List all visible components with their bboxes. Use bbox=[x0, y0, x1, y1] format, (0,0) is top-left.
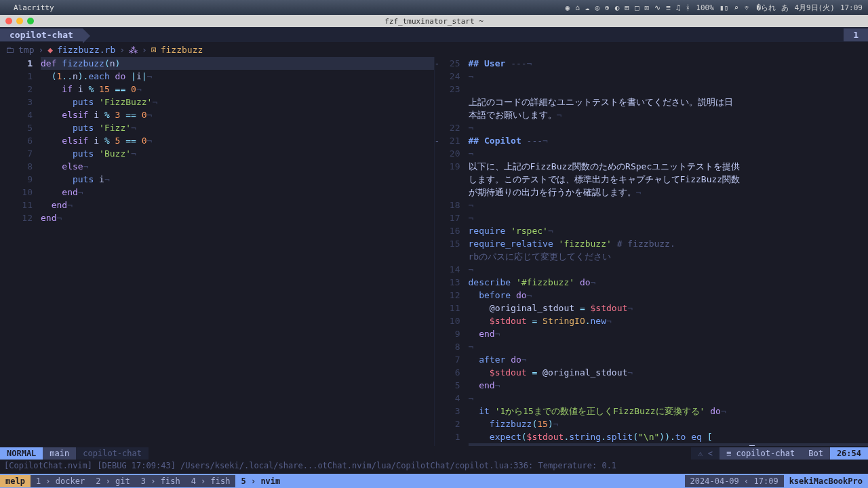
line-gutter-right: 25 24 23 22 21 20 19 18 17 16 15 14 13 1… bbox=[435, 57, 466, 446]
mode-indicator: NORMAL bbox=[0, 447, 43, 460]
code-line: end¬ bbox=[41, 211, 434, 224]
cursor bbox=[749, 445, 755, 446]
menubar-time[interactable]: 17:09 bbox=[840, 3, 863, 12]
tmux-date: 2024-04-09 ‹ 17:09 bbox=[685, 475, 784, 487]
macos-menubar: Alacritty ◉ ⌂ ☁ ◎ ⊕ ◐ ⊞ □ ⊡ ∿ ≡ ♫ ᚼ 100%… bbox=[0, 0, 868, 15]
input-icon[interactable]: あ bbox=[781, 3, 789, 13]
code-left[interactable]: def fizzbuzz(n) (1..n).each do |i|¬ if i… bbox=[41, 57, 434, 224]
tmux-window-1[interactable]: 1 › docker bbox=[31, 475, 90, 487]
code-line: def fizzbuzz(n) bbox=[41, 57, 434, 70]
code-line: puts i¬ bbox=[41, 173, 434, 186]
code-line: elsif i % 5 == 0¬ bbox=[41, 134, 434, 147]
status-icon[interactable]: ≡ bbox=[666, 3, 671, 12]
close-icon[interactable] bbox=[5, 18, 12, 24]
maximize-icon[interactable] bbox=[27, 18, 34, 24]
bc-folder[interactable]: tmp bbox=[18, 45, 34, 55]
window-titlebar: fzf_tmuxinator_start ~ bbox=[0, 15, 868, 27]
method-icon: ⊡ bbox=[151, 45, 157, 55]
status-icon[interactable]: ☁ bbox=[585, 3, 590, 12]
editor-pane-right[interactable]: - - 25 24 23 22 21 20 19 18 17 16 15 14 … bbox=[435, 57, 869, 446]
bc-file[interactable]: fizzbuzz.rb bbox=[57, 45, 115, 55]
app-name[interactable]: Alacritty bbox=[14, 3, 54, 12]
cursor-pos: 26:54 bbox=[830, 447, 868, 460]
code-right[interactable]: ## User ---¬ ¬ 上記のコードの詳細なユニットテストを書いてください… bbox=[469, 57, 869, 446]
status-icon[interactable]: □ bbox=[635, 3, 639, 12]
filename: copilot-chat bbox=[76, 447, 149, 460]
status-icon[interactable]: ∿ bbox=[654, 3, 660, 12]
battery-icon[interactable]: ▮▯ bbox=[719, 3, 728, 12]
status-icon[interactable]: ◉ bbox=[566, 3, 570, 12]
tmux-window-5[interactable]: 5 › nvim bbox=[235, 475, 285, 487]
editor-area: 1 1 2 3 4 5 6 7 8 9 10 11 12 def fizzbuz… bbox=[0, 57, 868, 446]
minimize-icon[interactable] bbox=[16, 18, 23, 24]
folder-icon: 🗀 bbox=[5, 45, 14, 55]
git-branch: main bbox=[43, 447, 76, 460]
bc-function[interactable]: fizzbuzz bbox=[161, 45, 203, 55]
status-icon[interactable]: ◐ bbox=[615, 3, 620, 12]
code-line: puts 'Fizz'¬ bbox=[41, 121, 434, 134]
headphones-icon[interactable]: ♫ bbox=[676, 3, 681, 12]
tmux-window-3[interactable]: 3 › fish bbox=[136, 475, 186, 487]
diagnostics: ⚠ < bbox=[691, 447, 719, 460]
tmux-window-2[interactable]: 2 › git bbox=[90, 475, 136, 487]
tab-copilot-chat[interactable]: copilot-chat bbox=[0, 28, 83, 41]
code-line: end¬ bbox=[41, 199, 434, 211]
line-gutter-left: 1 1 2 3 4 5 6 7 8 9 10 11 12 bbox=[0, 57, 38, 224]
tmux-host: ksekiMacBookPro bbox=[784, 475, 868, 487]
code-line: puts 'Buzz'¬ bbox=[41, 147, 434, 160]
filetype: ≡ copilot-chat bbox=[719, 447, 802, 460]
nvim-statusline: NORMAL main copilot-chat ⚠ < ≡ copilot-c… bbox=[0, 446, 868, 461]
code-line: if i % 15 == 0¬ bbox=[41, 83, 434, 96]
code-line: end¬ bbox=[41, 186, 434, 199]
editor-pane-left[interactable]: 1 1 2 3 4 5 6 7 8 9 10 11 12 def fizzbuz… bbox=[0, 57, 435, 446]
wifi-icon[interactable]: ᯤ bbox=[744, 3, 751, 12]
tmux-statusbar: melp 1 › docker 2 › git 3 › fish 4 › fis… bbox=[0, 474, 868, 488]
menubar-date[interactable]: 4月9日(火) bbox=[794, 3, 835, 13]
menubar-status: ◉ ⌂ ☁ ◎ ⊕ ◐ ⊞ □ ⊡ ∿ ≡ ♫ ᚼ 100% ▮▯ ⌕ ᯤ �ら… bbox=[566, 3, 863, 13]
search-icon[interactable]: ⌕ bbox=[734, 3, 738, 12]
status-icon[interactable]: ⊕ bbox=[605, 3, 610, 12]
code-line: puts 'FizzBuzz'¬ bbox=[41, 96, 434, 108]
status-icon[interactable]: ⊡ bbox=[645, 3, 650, 12]
nvim-tabline: copilot-chat 1 bbox=[0, 27, 868, 42]
symbol-icon: ⁂ bbox=[129, 45, 138, 55]
tmux-session[interactable]: melp bbox=[0, 475, 31, 487]
code-line: (1..n).each do |i|¬ bbox=[41, 70, 434, 83]
control-center-icon[interactable]: �られ bbox=[757, 3, 776, 13]
status-icon[interactable]: ⊞ bbox=[625, 3, 629, 12]
message-line: [CopilotChat.nvim] [DEBUG 17:09:43] /Use… bbox=[0, 461, 868, 474]
scroll-pos: Bot bbox=[802, 447, 830, 460]
ruby-icon: ◆ bbox=[47, 45, 53, 55]
tab-index: 1 bbox=[844, 28, 868, 41]
status-icon[interactable]: ⌂ bbox=[575, 3, 580, 12]
code-line: elsif i % 3 == 0¬ bbox=[41, 108, 434, 121]
tmux-window-4[interactable]: 4 › fish bbox=[186, 475, 236, 487]
bluetooth-icon[interactable]: ᚼ bbox=[686, 3, 690, 12]
code-line: else¬ bbox=[41, 160, 434, 173]
battery-pct[interactable]: 100% bbox=[696, 3, 714, 12]
window-title: fzf_tmuxinator_start ~ bbox=[384, 17, 484, 26]
status-icon[interactable]: ◎ bbox=[595, 3, 599, 12]
breadcrumb: 🗀 tmp › ◆ fizzbuzz.rb › ⁂ › ⊡ fizzbuzz bbox=[0, 42, 868, 57]
